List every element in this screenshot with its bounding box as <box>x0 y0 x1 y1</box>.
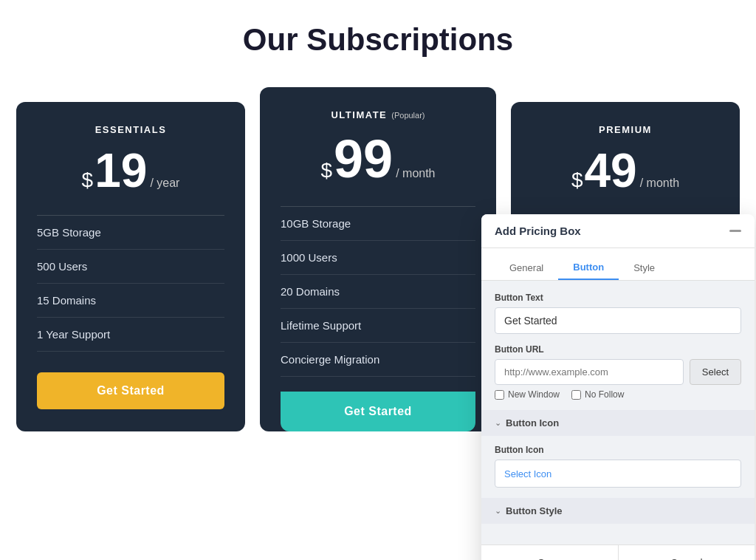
chevron-down-icon-2: ⌄ <box>495 506 501 516</box>
essentials-amount: 19 <box>94 147 147 194</box>
ultimate-title: ULTIMATE <box>331 109 387 120</box>
icon-input-wrapper: Select Icon <box>495 460 741 488</box>
button-text-input[interactable] <box>495 307 741 334</box>
button-url-input[interactable] <box>495 359 684 385</box>
url-select-button[interactable]: Select <box>690 359 741 385</box>
minimize-button[interactable] <box>729 230 741 232</box>
ultimate-features: 10GB Storage 1000 Users 20 Domains Lifet… <box>281 206 475 377</box>
button-text-group: Button Text <box>495 293 741 334</box>
button-icon-section-label: Button Icon <box>506 417 559 428</box>
add-pricing-box-panel: Add Pricing Box General Button Style But… <box>481 214 755 560</box>
panel-body: Button Text Button URL Select New Window <box>481 281 755 544</box>
button-icon-section-header[interactable]: ⌄ Button Icon <box>481 410 755 436</box>
list-item: 20 Domains <box>281 275 475 309</box>
essentials-card: ESSENTIALS $ 19 / year 5GB Storage 500 U… <box>16 102 245 431</box>
essentials-features: 5GB Storage 500 Users 15 Domains 1 Year … <box>37 215 224 352</box>
ultimate-card: ULTIMATE (Popular) $ 99 / month 10GB Sto… <box>260 87 496 431</box>
checkbox-row: New Window No Follow <box>495 389 741 400</box>
essentials-dollar: $ <box>82 168 94 192</box>
ultimate-amount: 99 <box>334 132 393 185</box>
panel-tabs: General Button Style <box>481 248 755 281</box>
button-style-section-label: Button Style <box>506 505 563 516</box>
list-item: 10GB Storage <box>281 207 475 241</box>
panel-header: Add Pricing Box <box>481 214 755 248</box>
ultimate-badge: (Popular) <box>391 111 425 120</box>
button-icon-group: Button Icon Select Icon <box>495 445 741 488</box>
premium-title: PREMIUM <box>532 124 719 135</box>
tab-button[interactable]: Button <box>558 256 619 280</box>
no-follow-label[interactable]: No Follow <box>571 389 624 400</box>
ultimate-price-row: $ 99 / month <box>281 132 475 185</box>
page-wrapper: Our Subscriptions ESSENTIALS $ 19 / year… <box>0 0 756 560</box>
tab-style[interactable]: Style <box>619 256 670 280</box>
page-title: Our Subscriptions <box>30 22 726 58</box>
premium-dollar: $ <box>571 168 583 192</box>
essentials-price-row: $ 19 / year <box>37 147 224 194</box>
ultimate-period: / month <box>396 167 435 180</box>
list-item: 500 Users <box>37 250 224 284</box>
button-text-label: Button Text <box>495 293 741 303</box>
ultimate-title-row: ULTIMATE (Popular) <box>281 109 475 120</box>
button-url-group: Button URL Select New Window No Follow <box>495 344 741 400</box>
essentials-title: ESSENTIALS <box>37 124 224 135</box>
button-icon-label: Button Icon <box>495 445 741 455</box>
select-icon-link[interactable]: Select Icon <box>504 468 551 479</box>
list-item: 5GB Storage <box>37 216 224 250</box>
ultimate-cta-button[interactable]: Get Started <box>281 392 475 431</box>
ultimate-dollar: $ <box>320 159 332 182</box>
panel-title: Add Pricing Box <box>495 225 581 237</box>
save-button[interactable]: Save <box>481 545 619 560</box>
new-window-checkbox[interactable] <box>495 390 504 400</box>
premium-period: / month <box>640 177 679 190</box>
list-item: 1 Year Support <box>37 318 224 352</box>
no-follow-checkbox[interactable] <box>571 390 581 400</box>
premium-price-row: $ 49 / month <box>532 147 719 194</box>
panel-footer: Save Cancel <box>481 544 755 560</box>
essentials-cta-button[interactable]: Get Started <box>37 372 224 409</box>
button-url-label: Button URL <box>495 344 741 355</box>
button-style-section-header[interactable]: ⌄ Button Style <box>481 498 755 524</box>
url-row: Select <box>495 359 741 385</box>
list-item: 15 Domains <box>37 284 224 318</box>
list-item: 1000 Users <box>281 241 475 275</box>
tab-general[interactable]: General <box>495 256 558 280</box>
cancel-button[interactable]: Cancel <box>619 545 755 560</box>
essentials-period: / year <box>150 177 179 190</box>
new-window-label[interactable]: New Window <box>495 389 560 400</box>
premium-amount: 49 <box>585 147 637 194</box>
list-item: Concierge Migration <box>281 343 475 377</box>
list-item: Lifetime Support <box>281 309 475 343</box>
chevron-down-icon: ⌄ <box>495 418 501 428</box>
